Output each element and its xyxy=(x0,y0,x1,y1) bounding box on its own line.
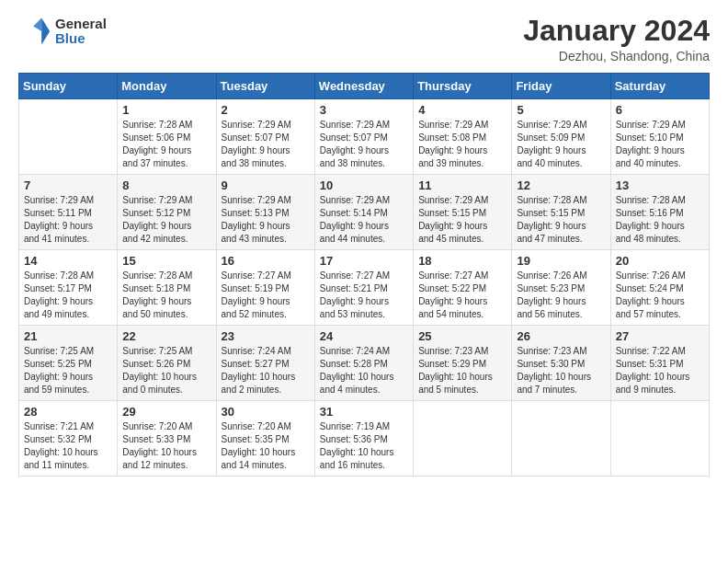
day-info: Sunrise: 7:27 AMSunset: 5:21 PMDaylight:… xyxy=(320,270,408,321)
day-number: 3 xyxy=(320,103,408,117)
svg-marker-1 xyxy=(33,18,41,31)
calendar-cell: 6Sunrise: 7:29 AMSunset: 5:10 PMDaylight… xyxy=(610,99,709,175)
calendar-cell: 17Sunrise: 7:27 AMSunset: 5:21 PMDayligh… xyxy=(314,250,413,326)
day-number: 12 xyxy=(517,178,605,192)
day-header-friday: Friday xyxy=(512,74,610,99)
calendar-cell: 20Sunrise: 7:26 AMSunset: 5:24 PMDayligh… xyxy=(610,250,709,326)
day-info: Sunrise: 7:29 AMSunset: 5:11 PMDaylight:… xyxy=(24,194,112,246)
day-info: Sunrise: 7:20 AMSunset: 5:35 PMDaylight:… xyxy=(222,420,310,472)
day-number: 11 xyxy=(418,178,506,192)
day-number: 30 xyxy=(222,405,310,419)
calendar-cell: 29Sunrise: 7:20 AMSunset: 5:33 PMDayligh… xyxy=(118,401,216,477)
day-info: Sunrise: 7:28 AMSunset: 5:17 PMDaylight:… xyxy=(24,270,112,321)
day-number: 8 xyxy=(122,178,210,192)
page: General Blue January 2024 Dezhou, Shando… xyxy=(0,0,728,563)
calendar-cell xyxy=(19,99,118,175)
calendar-cell: 7Sunrise: 7:29 AMSunset: 5:11 PMDaylight… xyxy=(19,175,118,250)
day-number: 20 xyxy=(616,254,704,268)
calendar-cell: 16Sunrise: 7:27 AMSunset: 5:19 PMDayligh… xyxy=(216,250,314,326)
day-info: Sunrise: 7:29 AMSunset: 5:08 PMDaylight:… xyxy=(418,119,506,170)
calendar-cell: 23Sunrise: 7:24 AMSunset: 5:27 PMDayligh… xyxy=(216,326,314,401)
svg-marker-0 xyxy=(41,18,50,45)
calendar-cell: 30Sunrise: 7:20 AMSunset: 5:35 PMDayligh… xyxy=(216,401,314,477)
day-info: Sunrise: 7:24 AMSunset: 5:28 PMDaylight:… xyxy=(320,345,408,396)
day-info: Sunrise: 7:23 AMSunset: 5:29 PMDaylight:… xyxy=(418,345,506,396)
calendar-cell: 22Sunrise: 7:25 AMSunset: 5:26 PMDayligh… xyxy=(118,326,216,401)
day-info: Sunrise: 7:29 AMSunset: 5:15 PMDaylight:… xyxy=(418,194,506,246)
calendar-cell: 18Sunrise: 7:27 AMSunset: 5:22 PMDayligh… xyxy=(414,250,512,326)
calendar-week-3: 14Sunrise: 7:28 AMSunset: 5:17 PMDayligh… xyxy=(19,250,710,326)
day-info: Sunrise: 7:27 AMSunset: 5:19 PMDaylight:… xyxy=(222,270,310,321)
calendar-cell: 12Sunrise: 7:28 AMSunset: 5:15 PMDayligh… xyxy=(512,175,610,250)
calendar-cell: 19Sunrise: 7:26 AMSunset: 5:23 PMDayligh… xyxy=(512,250,610,326)
logo-general: General xyxy=(55,17,107,32)
day-info: Sunrise: 7:29 AMSunset: 5:12 PMDaylight:… xyxy=(122,194,210,246)
calendar-cell: 15Sunrise: 7:28 AMSunset: 5:18 PMDayligh… xyxy=(118,250,216,326)
location: Dezhou, Shandong, China xyxy=(523,49,710,63)
day-header-tuesday: Tuesday xyxy=(216,74,314,99)
calendar-header-row: SundayMondayTuesdayWednesdayThursdayFrid… xyxy=(19,74,710,99)
calendar-cell: 24Sunrise: 7:24 AMSunset: 5:28 PMDayligh… xyxy=(314,326,413,401)
day-info: Sunrise: 7:19 AMSunset: 5:36 PMDaylight:… xyxy=(320,420,408,472)
day-number: 21 xyxy=(24,329,112,343)
day-number: 6 xyxy=(616,103,704,117)
calendar-cell: 2Sunrise: 7:29 AMSunset: 5:07 PMDaylight… xyxy=(216,99,314,175)
day-info: Sunrise: 7:27 AMSunset: 5:22 PMDaylight:… xyxy=(418,270,506,321)
day-info: Sunrise: 7:20 AMSunset: 5:33 PMDaylight:… xyxy=(122,420,210,472)
calendar-cell: 27Sunrise: 7:22 AMSunset: 5:31 PMDayligh… xyxy=(610,326,709,401)
calendar-cell: 10Sunrise: 7:29 AMSunset: 5:14 PMDayligh… xyxy=(314,175,413,250)
day-info: Sunrise: 7:29 AMSunset: 5:14 PMDaylight:… xyxy=(320,194,408,246)
day-number: 10 xyxy=(320,178,408,192)
calendar-cell xyxy=(512,401,610,477)
day-info: Sunrise: 7:29 AMSunset: 5:07 PMDaylight:… xyxy=(320,119,408,170)
day-info: Sunrise: 7:26 AMSunset: 5:24 PMDaylight:… xyxy=(616,270,704,321)
day-info: Sunrise: 7:28 AMSunset: 5:15 PMDaylight:… xyxy=(517,194,605,246)
day-number: 1 xyxy=(122,103,210,117)
calendar-cell: 26Sunrise: 7:23 AMSunset: 5:30 PMDayligh… xyxy=(512,326,610,401)
calendar-cell: 14Sunrise: 7:28 AMSunset: 5:17 PMDayligh… xyxy=(19,250,118,326)
calendar-cell: 31Sunrise: 7:19 AMSunset: 5:36 PMDayligh… xyxy=(314,401,413,477)
calendar-week-5: 28Sunrise: 7:21 AMSunset: 5:32 PMDayligh… xyxy=(19,401,710,477)
calendar-cell: 8Sunrise: 7:29 AMSunset: 5:12 PMDaylight… xyxy=(118,175,216,250)
logo-text: General Blue xyxy=(55,17,107,47)
day-info: Sunrise: 7:24 AMSunset: 5:27 PMDaylight:… xyxy=(222,345,310,396)
month-title: January 2024 xyxy=(523,15,710,47)
day-number: 14 xyxy=(24,254,112,268)
day-header-wednesday: Wednesday xyxy=(314,74,413,99)
calendar-week-4: 21Sunrise: 7:25 AMSunset: 5:25 PMDayligh… xyxy=(19,326,710,401)
day-info: Sunrise: 7:21 AMSunset: 5:32 PMDaylight:… xyxy=(24,420,112,472)
logo: General Blue xyxy=(18,15,107,48)
day-info: Sunrise: 7:29 AMSunset: 5:10 PMDaylight:… xyxy=(616,119,704,170)
day-info: Sunrise: 7:28 AMSunset: 5:18 PMDaylight:… xyxy=(122,270,210,321)
logo-blue: Blue xyxy=(55,31,107,47)
calendar-week-2: 7Sunrise: 7:29 AMSunset: 5:11 PMDaylight… xyxy=(19,175,710,250)
day-number: 7 xyxy=(24,178,112,192)
day-info: Sunrise: 7:29 AMSunset: 5:13 PMDaylight:… xyxy=(222,194,310,246)
header: General Blue January 2024 Dezhou, Shando… xyxy=(18,15,710,63)
day-info: Sunrise: 7:26 AMSunset: 5:23 PMDaylight:… xyxy=(517,270,605,321)
title-block: January 2024 Dezhou, Shandong, China xyxy=(523,15,710,63)
day-number: 5 xyxy=(517,103,605,117)
day-info: Sunrise: 7:28 AMSunset: 5:06 PMDaylight:… xyxy=(122,119,210,170)
day-header-sunday: Sunday xyxy=(19,74,118,99)
day-number: 22 xyxy=(122,329,210,343)
day-info: Sunrise: 7:29 AMSunset: 5:07 PMDaylight:… xyxy=(222,119,310,170)
day-number: 31 xyxy=(320,405,408,419)
day-number: 23 xyxy=(222,329,310,343)
calendar-cell: 13Sunrise: 7:28 AMSunset: 5:16 PMDayligh… xyxy=(610,175,709,250)
day-number: 9 xyxy=(222,178,310,192)
calendar-cell: 5Sunrise: 7:29 AMSunset: 5:09 PMDaylight… xyxy=(512,99,610,175)
calendar-cell: 25Sunrise: 7:23 AMSunset: 5:29 PMDayligh… xyxy=(414,326,512,401)
day-info: Sunrise: 7:28 AMSunset: 5:16 PMDaylight:… xyxy=(616,194,704,246)
day-info: Sunrise: 7:23 AMSunset: 5:30 PMDaylight:… xyxy=(517,345,605,396)
calendar-cell: 3Sunrise: 7:29 AMSunset: 5:07 PMDaylight… xyxy=(314,99,413,175)
calendar-cell xyxy=(414,401,512,477)
day-number: 26 xyxy=(517,329,605,343)
calendar-cell: 1Sunrise: 7:28 AMSunset: 5:06 PMDaylight… xyxy=(118,99,216,175)
day-number: 29 xyxy=(122,405,210,419)
day-number: 25 xyxy=(418,329,506,343)
calendar-cell: 9Sunrise: 7:29 AMSunset: 5:13 PMDaylight… xyxy=(216,175,314,250)
calendar: SundayMondayTuesdayWednesdayThursdayFrid… xyxy=(18,73,710,477)
day-number: 4 xyxy=(418,103,506,117)
day-number: 18 xyxy=(418,254,506,268)
